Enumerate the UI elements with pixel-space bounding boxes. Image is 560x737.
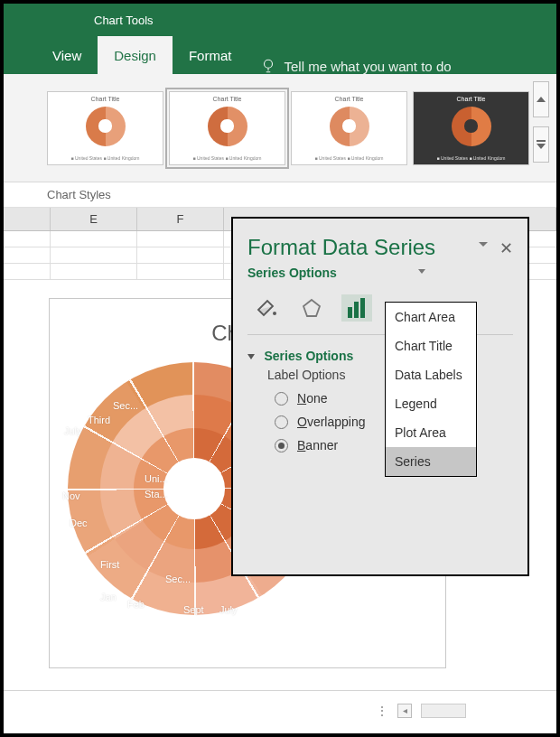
series-selector-dropdown-icon[interactable] [418, 269, 425, 276]
menu-legend[interactable]: Legend [386, 389, 476, 418]
menu-plot-area[interactable]: Plot Area [386, 418, 476, 447]
gallery-scroll-up[interactable] [533, 81, 549, 117]
sheet-tab-dots-icon[interactable]: ⋮ [376, 704, 388, 718]
effects-icon[interactable] [296, 294, 327, 322]
fill-line-icon[interactable] [251, 294, 282, 322]
series-options-icon[interactable] [341, 294, 372, 322]
format-data-series-pane: Format Data Series ✕ Series Options Seri… [231, 217, 529, 576]
chart-style-1[interactable]: Chart Title ■ United States ■ United Kin… [47, 91, 163, 165]
ribbon-group-label: Chart Styles [4, 182, 556, 208]
chart-style-2[interactable]: Chart Title ■ United States ■ United Kin… [169, 91, 285, 165]
tab-design[interactable]: Design [98, 36, 173, 74]
svg-marker-5 [303, 300, 320, 316]
menu-data-labels[interactable]: Data Labels [386, 360, 476, 389]
pane-title: Format Data Series [247, 235, 435, 260]
svg-rect-2 [537, 140, 546, 142]
gallery-more[interactable] [533, 126, 549, 163]
chart-style-gallery: Chart Title ■ United States ■ United Kin… [4, 74, 556, 182]
svg-point-4 [273, 312, 276, 315]
close-icon[interactable]: ✕ [499, 238, 513, 258]
series-options-header[interactable]: Series Options [264, 349, 353, 363]
series-selector-menu: Chart Area Chart Title Data Labels Legen… [385, 302, 477, 477]
pane-options-dropdown-icon[interactable] [479, 242, 488, 251]
menu-chart-area[interactable]: Chart Area [386, 303, 476, 331]
svg-rect-6 [348, 307, 352, 318]
svg-marker-3 [537, 144, 546, 149]
ribbon-tabs: View Design Format Tell me what you want… [4, 36, 556, 74]
horizontal-scrollbar[interactable] [421, 704, 466, 718]
sheet-scrollbar: ⋮ ◂ [4, 690, 556, 730]
chart-tools-label: Chart Tools [94, 14, 154, 27]
svg-point-0 [265, 60, 273, 68]
col-E[interactable]: E [51, 208, 137, 230]
menu-chart-title[interactable]: Chart Title [386, 331, 476, 360]
col-F[interactable]: F [137, 208, 224, 230]
tab-view[interactable]: View [36, 36, 98, 74]
collapse-icon[interactable] [247, 354, 255, 359]
series-options-label: Series Options [247, 266, 337, 280]
svg-marker-1 [537, 97, 546, 102]
chart-style-3[interactable]: Chart Title ■ United States ■ United Kin… [291, 91, 407, 165]
menu-series[interactable]: Series [386, 447, 476, 476]
tell-me-search[interactable]: Tell me what you want to do [260, 58, 451, 74]
svg-rect-8 [360, 298, 365, 318]
chart-style-4[interactable]: Chart Title ■ United States ■ United Kin… [413, 91, 529, 165]
tab-format[interactable]: Format [173, 36, 248, 74]
scroll-left-icon[interactable]: ◂ [397, 704, 412, 718]
svg-rect-7 [354, 302, 359, 318]
